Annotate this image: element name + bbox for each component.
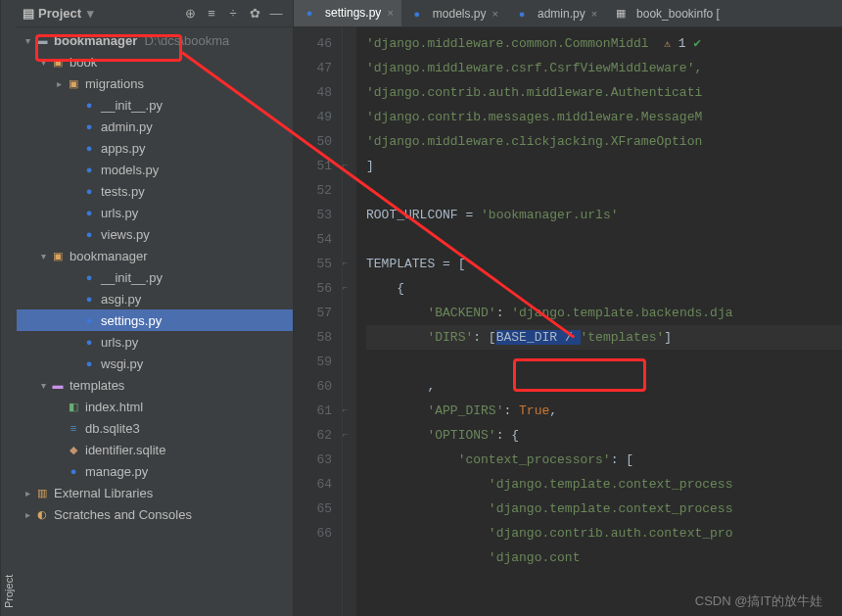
python-file-icon: ●: [81, 226, 97, 242]
project-panel: ▤ Project ▾ ⊕ ≡ ÷ ✿ — ▾ ▬ bookmanager D:…: [17, 0, 294, 616]
close-icon[interactable]: ×: [387, 7, 393, 19]
tree-file[interactable]: ·●asgi.py: [17, 288, 293, 309]
editor-area: ● settings.py × ● models.py × ● admin.py…: [294, 0, 842, 616]
chevron-down-icon: ▾: [36, 57, 50, 68]
tree-folder-templates[interactable]: ▾ ▬ templates: [17, 374, 293, 396]
python-file-icon: ●: [302, 5, 317, 21]
code-editor[interactable]: 4647484950515253545556575859606162636465…: [294, 27, 842, 616]
package-icon: ▣: [50, 248, 66, 263]
python-file-icon: ●: [81, 162, 97, 177]
tree-file-settings[interactable]: ·●settings.py: [17, 309, 293, 331]
python-file-icon: ●: [81, 312, 97, 328]
tree-folder-book[interactable]: ▾ ▣ book: [17, 51, 293, 72]
python-file-icon: ●: [409, 6, 425, 22]
python-file-icon: ●: [81, 334, 97, 350]
tree-file[interactable]: ·●models.py: [17, 159, 293, 180]
tree-file[interactable]: ·●apps.py: [17, 137, 293, 159]
templates-icon: ▬: [50, 377, 66, 393]
tree-external-libraries[interactable]: ▸ ▥ External Libraries: [17, 482, 293, 503]
tree-folder-migrations[interactable]: ▸ ▣ migrations: [17, 72, 293, 94]
library-icon: ▥: [34, 485, 50, 500]
tree-folder-bookmanager[interactable]: ▾ ▣ bookmanager: [17, 245, 293, 266]
tree-file[interactable]: ·●tests.py: [17, 180, 293, 202]
tab-admin[interactable]: ● admin.py ×: [506, 0, 605, 26]
python-file-icon: ●: [81, 140, 97, 156]
line-number-gutter: 4647484950515253545556575859606162636465…: [294, 27, 343, 616]
panel-title[interactable]: ▤ Project ▾: [23, 6, 94, 21]
chevron-right-icon: ▸: [21, 488, 34, 498]
python-file-icon: ●: [81, 97, 97, 113]
code-lines[interactable]: 'django.middleware.common.CommonMiddl ⚠ …: [356, 27, 842, 616]
select-opened-file-icon[interactable]: ⊕: [179, 3, 201, 24]
tab-models[interactable]: ● models.py ×: [401, 0, 506, 26]
close-icon[interactable]: ×: [591, 8, 597, 20]
chevron-right-icon: ▸: [52, 78, 66, 89]
tree-file[interactable]: ·◆identifier.sqlite: [17, 439, 293, 460]
tab-book-bookinfo[interactable]: ▦ book_bookinfo [: [605, 0, 727, 26]
tree-file[interactable]: ·◧index.html: [17, 396, 293, 417]
project-icon: ▤: [23, 6, 34, 21]
fold-gutter: ⌐ ⌐⌐ ⌐⌐: [343, 27, 356, 616]
check-icon: ✔: [693, 36, 701, 51]
close-icon[interactable]: ×: [492, 8, 498, 20]
tree-file[interactable]: ·●views.py: [17, 223, 293, 245]
tree-file[interactable]: ·●manage.py: [17, 460, 293, 482]
chevron-down-icon: ▾: [21, 35, 34, 46]
tree-file[interactable]: ·≡db.sqlite3: [17, 417, 293, 439]
editor-tabs: ● settings.py × ● models.py × ● admin.py…: [294, 0, 842, 27]
tree-file[interactable]: ·●wsgi.py: [17, 353, 293, 374]
python-file-icon: ●: [66, 463, 81, 479]
tree-file[interactable]: ·●__init__.py: [17, 266, 293, 288]
table-icon: ▦: [613, 6, 629, 22]
expand-all-icon[interactable]: ≡: [201, 3, 222, 24]
chevron-right-icon: ▸: [21, 509, 34, 520]
python-file-icon: ●: [81, 118, 97, 134]
python-file-icon: ●: [81, 183, 97, 199]
watermark: CSDN @搞IT的放牛娃: [695, 592, 822, 610]
chevron-down-icon: ▾: [36, 380, 50, 391]
folder-icon: ▬: [34, 32, 50, 48]
package-icon: ▣: [66, 75, 81, 91]
tab-settings[interactable]: ● settings.py ×: [294, 0, 401, 26]
scratches-icon: ◐: [34, 506, 50, 522]
python-file-icon: ●: [81, 205, 97, 220]
collapse-all-icon[interactable]: ÷: [222, 3, 244, 24]
gear-icon[interactable]: ✿: [244, 3, 265, 24]
tree-file[interactable]: ·●__init__.py: [17, 94, 293, 116]
tree-file[interactable]: ·●admin.py: [17, 116, 293, 137]
tree-scratches[interactable]: ▸ ◐ Scratches and Consoles: [17, 503, 293, 525]
tree-root[interactable]: ▾ ▬ bookmanager D:\dcs\bookma: [17, 29, 293, 51]
tree-file[interactable]: ·●urls.py: [17, 202, 293, 223]
python-file-icon: ●: [81, 269, 97, 285]
panel-header: ▤ Project ▾ ⊕ ≡ ÷ ✿ —: [17, 0, 293, 27]
warning-icon: ⚠: [664, 38, 671, 50]
html-file-icon: ◧: [66, 399, 81, 414]
chevron-down-icon: ▾: [87, 6, 94, 21]
project-tree[interactable]: ▾ ▬ bookmanager D:\dcs\bookma ▾ ▣ book ▸…: [17, 27, 293, 616]
python-file-icon: ●: [81, 291, 97, 307]
project-tool-window-button[interactable]: Project: [0, 0, 17, 616]
chevron-down-icon: ▾: [36, 251, 50, 261]
python-file-icon: ●: [81, 355, 97, 371]
tree-file[interactable]: ·●urls.py: [17, 331, 293, 353]
python-file-icon: ●: [514, 6, 530, 22]
database-icon: ≡: [66, 420, 81, 436]
package-icon: ▣: [50, 54, 66, 70]
hide-icon[interactable]: —: [265, 3, 287, 24]
sqlite-icon: ◆: [66, 442, 81, 457]
